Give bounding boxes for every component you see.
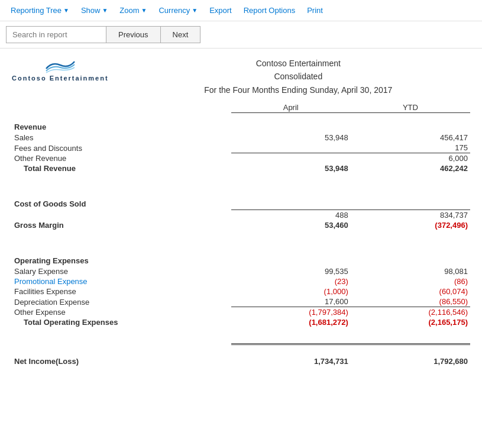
toolbar: Previous Next bbox=[0, 21, 482, 49]
show-chevron-icon: ▼ bbox=[102, 7, 108, 14]
navbar: Reporting Tree ▼ Show ▼ Zoom ▼ Currency … bbox=[0, 0, 482, 21]
report-options-label: Report Options bbox=[244, 6, 295, 15]
spacer bbox=[12, 173, 470, 182]
promotional-ytd: (86) bbox=[351, 276, 470, 286]
report-options-menu[interactable]: Report Options bbox=[239, 2, 300, 18]
spacer bbox=[12, 336, 470, 344]
currency-menu[interactable]: Currency ▼ bbox=[154, 2, 202, 18]
currency-chevron-icon: ▼ bbox=[192, 7, 198, 14]
table-row: Fees and Discounts 175 bbox=[12, 143, 470, 153]
table-row: Depreciation Expense 17,600 (86,550) bbox=[12, 296, 470, 307]
facilities-ytd: (60,074) bbox=[351, 286, 470, 296]
facilities-april: (1,000) bbox=[231, 286, 351, 296]
total-opex-ytd: (2,165,175) bbox=[351, 317, 470, 327]
depreciation-ytd: (86,550) bbox=[351, 296, 470, 307]
financial-table: April YTD Revenue Sales 53,948 456,417 F… bbox=[12, 102, 470, 366]
logo-text: Contoso Entertainment bbox=[12, 75, 109, 82]
salary-april: 99,535 bbox=[231, 266, 351, 276]
table-row: 488 834,737 bbox=[12, 210, 470, 221]
salary-ytd: 98,081 bbox=[351, 266, 470, 276]
other-expense-ytd: (2,116,546) bbox=[351, 307, 470, 318]
total-revenue-ytd: 462,242 bbox=[351, 163, 470, 173]
previous-button[interactable]: Previous bbox=[106, 26, 161, 43]
report-title: Contoso Entertainment Consolidated For t… bbox=[127, 54, 470, 96]
net-income-april: 1,734,731 bbox=[231, 344, 351, 366]
ytd-col-header: YTD bbox=[351, 102, 470, 113]
gross-margin-ytd: (372,496) bbox=[351, 220, 470, 230]
salary-label: Salary Expense bbox=[12, 266, 231, 276]
search-input[interactable] bbox=[6, 26, 106, 43]
sales-ytd: 456,417 bbox=[351, 133, 470, 143]
cogs-april: 488 bbox=[231, 210, 351, 221]
total-opex-april: (1,681,272) bbox=[231, 317, 351, 327]
print-label: Print bbox=[307, 6, 323, 15]
show-menu[interactable]: Show ▼ bbox=[76, 2, 112, 18]
promotional-april: (23) bbox=[231, 276, 351, 286]
spacer bbox=[12, 230, 470, 238]
cogs-header-label: Cost of Goods Sold bbox=[12, 190, 470, 210]
reporting-tree-menu[interactable]: Reporting Tree ▼ bbox=[6, 2, 74, 18]
table-row: Promotional Expense (23) (86) bbox=[12, 276, 470, 286]
total-opex-row: Total Operating Expenses (1,681,272) (2,… bbox=[12, 317, 470, 327]
export-menu[interactable]: Export bbox=[205, 2, 237, 18]
total-revenue-label: Total Revenue bbox=[12, 163, 231, 173]
total-revenue-row: Total Revenue 53,948 462,242 bbox=[12, 163, 470, 173]
reporting-tree-label: Reporting Tree bbox=[11, 6, 62, 15]
fees-discounts-label: Fees and Discounts bbox=[12, 143, 231, 153]
zoom-chevron-icon: ▼ bbox=[141, 7, 147, 14]
sales-april: 53,948 bbox=[231, 133, 351, 143]
opex-header-label: Operating Expenses bbox=[12, 247, 470, 266]
facilities-label: Facilities Expense bbox=[12, 286, 231, 296]
other-revenue-april bbox=[231, 153, 351, 164]
cogs-ytd: 834,737 bbox=[351, 210, 470, 221]
sales-label: Sales bbox=[12, 133, 231, 143]
total-opex-label: Total Operating Expenses bbox=[12, 317, 231, 327]
gross-margin-row: Gross Margin 53,460 (372,496) bbox=[12, 220, 470, 230]
other-expense-label: Other Expense bbox=[12, 307, 231, 318]
table-row: Other Expense (1,797,384) (2,116,546) bbox=[12, 307, 470, 318]
show-label: Show bbox=[81, 6, 101, 15]
net-income-ytd: 1,792,680 bbox=[351, 344, 470, 366]
depreciation-april: 17,600 bbox=[231, 296, 351, 307]
depreciation-label: Depreciation Expense bbox=[12, 296, 231, 307]
table-row: Other Revenue 6,000 bbox=[12, 153, 470, 164]
revenue-section-header: Revenue bbox=[12, 113, 470, 133]
april-col-header: April bbox=[231, 102, 351, 113]
report-subtitle: Consolidated bbox=[127, 70, 470, 83]
reporting-tree-chevron-icon: ▼ bbox=[63, 7, 69, 14]
gross-margin-april: 53,460 bbox=[231, 220, 351, 230]
report-header: Contoso Entertainment Contoso Entertainm… bbox=[12, 54, 470, 96]
fees-ytd: 175 bbox=[351, 143, 470, 153]
net-income-row: Net Income(Loss) 1,734,731 1,792,680 bbox=[12, 344, 470, 366]
table-row: Sales 53,948 456,417 bbox=[12, 133, 470, 143]
print-menu[interactable]: Print bbox=[302, 2, 328, 18]
promotional-label[interactable]: Promotional Expense bbox=[12, 276, 231, 286]
next-button[interactable]: Next bbox=[160, 26, 201, 43]
total-revenue-april: 53,948 bbox=[231, 163, 351, 173]
report-period: For the Four Months Ending Sunday, April… bbox=[127, 83, 470, 96]
other-revenue-ytd: 6,000 bbox=[351, 153, 470, 164]
currency-label: Currency bbox=[158, 6, 190, 15]
net-income-label: Net Income(Loss) bbox=[12, 344, 231, 366]
spacer bbox=[12, 182, 470, 190]
gross-margin-label: Gross Margin bbox=[12, 220, 231, 230]
opex-section-header: Operating Expenses bbox=[12, 247, 470, 266]
revenue-header-label: Revenue bbox=[12, 113, 470, 133]
spacer bbox=[12, 327, 470, 336]
table-row: Facilities Expense (1,000) (60,074) bbox=[12, 286, 470, 296]
spacer bbox=[12, 238, 470, 247]
logo-area: Contoso Entertainment bbox=[12, 54, 109, 82]
zoom-menu[interactable]: Zoom ▼ bbox=[115, 2, 151, 18]
table-row: Salary Expense 99,535 98,081 bbox=[12, 266, 470, 276]
cogs-section-header: Cost of Goods Sold bbox=[12, 190, 470, 210]
other-expense-april: (1,797,384) bbox=[231, 307, 351, 318]
report-company-name: Contoso Entertainment bbox=[127, 57, 470, 70]
label-col-header bbox=[12, 102, 231, 113]
cogs-label bbox=[12, 210, 231, 221]
zoom-label: Zoom bbox=[119, 6, 139, 15]
other-revenue-label: Other Revenue bbox=[12, 153, 231, 164]
fees-april bbox=[231, 143, 351, 153]
contoso-logo-icon bbox=[44, 57, 77, 73]
report-area: Contoso Entertainment Contoso Entertainm… bbox=[0, 49, 482, 384]
export-label: Export bbox=[209, 6, 232, 15]
